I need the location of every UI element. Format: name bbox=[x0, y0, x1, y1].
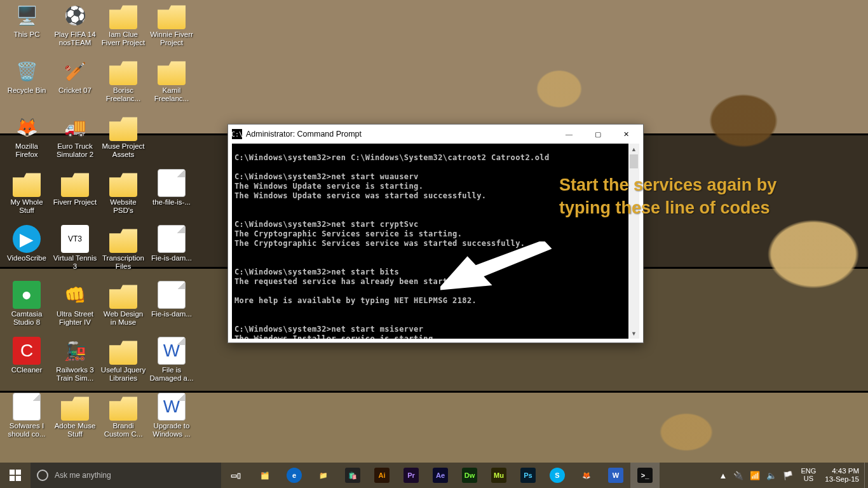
desktop-icon[interactable]: 🦊Mozilla Firefox bbox=[4, 113, 50, 159]
desktop-icon-label: the-file-is-... bbox=[149, 198, 194, 207]
taskbar-edge[interactable]: e bbox=[280, 463, 309, 488]
svg-rect-3 bbox=[10, 476, 15, 481]
desktop-icon[interactable]: 🖥️This PC bbox=[4, 1, 50, 39]
desktop-icon[interactable]: Web Design in Muse bbox=[100, 281, 146, 327]
task-view-icon: ▭▯ bbox=[228, 468, 243, 483]
desktop-icon[interactable]: Transcription Files bbox=[100, 225, 146, 271]
desktop-icon[interactable]: Brandi Custom C... bbox=[100, 393, 146, 438]
cmd-titlebar[interactable]: C:\ Administrator: Command Prompt — ▢ ✕ bbox=[228, 125, 643, 144]
system-tray[interactable]: ▲🔌📶🔈🏳️ bbox=[715, 463, 797, 488]
desktop-icon[interactable]: 👊Ultra Street Fighter IV bbox=[52, 281, 98, 327]
desktop-icon-label: Euro Truck Simulator 2 bbox=[52, 142, 98, 159]
taskbar-illustrator[interactable]: Ai bbox=[367, 463, 397, 488]
show-desktop-button[interactable] bbox=[864, 463, 868, 488]
taskbar-explorer-pinned[interactable]: 📁 bbox=[309, 463, 338, 488]
desktop-icon[interactable]: ▶VideoScribe bbox=[4, 225, 50, 262]
cmd-title-text: Administrator: Command Prompt bbox=[246, 130, 362, 139]
desktop-icon[interactable]: Useful Jquery Libraries bbox=[100, 337, 146, 383]
taskbar-dreamweaver[interactable]: Dw bbox=[455, 463, 484, 488]
desktop-icon-label: Web Design in Muse bbox=[100, 310, 146, 327]
desktop-icon-glyph bbox=[109, 225, 137, 253]
desktop-icon-glyph: VT3 bbox=[61, 225, 89, 253]
desktop-icon-glyph: W bbox=[158, 393, 186, 421]
clock-date: 13-Sep-15 bbox=[825, 475, 859, 484]
taskbar-premiere[interactable]: Pr bbox=[397, 463, 426, 488]
desktop-icon[interactable]: Sofwares I should co... bbox=[4, 393, 50, 438]
taskbar-task-view[interactable]: ▭▯ bbox=[221, 463, 250, 488]
taskbar-cmd[interactable]: >_ bbox=[630, 463, 660, 488]
desktop-icon[interactable]: Fiverr Project bbox=[52, 169, 98, 207]
scroll-down-icon[interactable]: ▼ bbox=[628, 328, 639, 339]
taskbar-file-explorer[interactable]: 🗂️ bbox=[250, 463, 280, 488]
taskbar-word[interactable]: W bbox=[601, 463, 630, 488]
desktop-icon[interactable]: 🚂Railworks 3 Train Sim... bbox=[52, 337, 98, 383]
taskbar-store[interactable]: 🛍️ bbox=[338, 463, 367, 488]
start-button[interactable] bbox=[0, 463, 31, 488]
desktop-icon[interactable]: Muse Project Assets bbox=[100, 113, 146, 159]
desktop-icon[interactable]: Adobe Muse Stuff bbox=[52, 393, 98, 438]
desktop-icon-glyph: W bbox=[158, 337, 186, 365]
desktop-icon[interactable]: Website PSD's bbox=[100, 169, 146, 215]
tray-icon-3[interactable]: 🔈 bbox=[766, 471, 776, 480]
desktop-icon[interactable]: Iam Clue Fiverr Project bbox=[100, 1, 146, 47]
desktop-icon-glyph: 🗑️ bbox=[13, 57, 41, 85]
desktop-icon[interactable]: ⚽Play FIFA 14 nosTEAM bbox=[52, 1, 98, 47]
desktop-icon[interactable]: My Whole Stuff bbox=[4, 169, 50, 215]
taskbar-after-effects[interactable]: Ae bbox=[426, 463, 455, 488]
maximize-button[interactable]: ▢ bbox=[583, 125, 612, 143]
premiere-icon: Pr bbox=[403, 468, 419, 483]
annotation-text: Start the services again by typing these… bbox=[559, 173, 788, 220]
tray-icon-4[interactable]: 🏳️ bbox=[783, 471, 793, 480]
desktop-icon[interactable]: Fie-is-dam... bbox=[149, 225, 194, 262]
tray-icon-0[interactable]: ▲ bbox=[719, 471, 728, 480]
tray-icon-2[interactable]: 📶 bbox=[750, 471, 760, 480]
desktop-icon-label: VideoScribe bbox=[4, 254, 50, 262]
search-box[interactable]: Ask me anything bbox=[31, 463, 221, 488]
desktop-icon-glyph bbox=[109, 393, 137, 421]
desktop-icon-glyph: ● bbox=[13, 281, 41, 309]
taskbar-photoshop[interactable]: Ps bbox=[513, 463, 543, 488]
desktop-icon[interactable]: ●Camtasia Studio 8 bbox=[4, 281, 50, 327]
desktop-icon-glyph bbox=[158, 225, 186, 253]
tray-icon-1[interactable]: 🔌 bbox=[733, 471, 743, 480]
desktop-icon-glyph bbox=[109, 337, 137, 365]
desktop-icon-label: Fiverr Project bbox=[52, 198, 98, 207]
desktop-icon[interactable]: WUpgrade to Windows ... bbox=[149, 393, 194, 438]
taskbar-firefox[interactable]: 🦊 bbox=[572, 463, 601, 488]
cmd-icon: C:\ bbox=[232, 129, 242, 139]
illustrator-icon: Ai bbox=[374, 468, 390, 483]
desktop-icon[interactable]: CCCleaner bbox=[4, 337, 50, 374]
desktop-icon[interactable]: WFile is Damaged a... bbox=[149, 337, 194, 383]
cmd-window[interactable]: C:\ Administrator: Command Prompt — ▢ ✕ … bbox=[227, 124, 644, 343]
desktop-icon-label: Railworks 3 Train Sim... bbox=[52, 366, 98, 383]
taskbar: Ask me anything ▭▯🗂️e📁🛍️AiPrAeDwMuPsS🦊W>… bbox=[0, 463, 868, 488]
desktop-icon[interactable]: Borisc Freelanc... bbox=[100, 57, 146, 103]
desktop-icon[interactable]: Winnie Fiverr Project bbox=[149, 1, 194, 47]
desktop-icon[interactable]: Kamil Freelanc... bbox=[149, 57, 194, 103]
desktop-icon[interactable]: VT3Virtual Tennis 3 bbox=[52, 225, 98, 271]
desktop-icon-glyph bbox=[109, 1, 137, 29]
taskbar-skype[interactable]: S bbox=[543, 463, 572, 488]
desktop-icon-label: Brandi Custom C... bbox=[100, 422, 146, 438]
desktop-icon-glyph: ⚽ bbox=[61, 1, 89, 29]
language-indicator[interactable]: ENG US bbox=[797, 468, 820, 482]
desktop-icon[interactable]: the-file-is-... bbox=[149, 169, 194, 207]
taskbar-muse[interactable]: Mu bbox=[484, 463, 513, 488]
desktop-icon-glyph bbox=[158, 57, 186, 85]
scroll-up-icon[interactable]: ▲ bbox=[628, 144, 639, 154]
desktop-icon-label: CCleaner bbox=[4, 366, 50, 374]
cortana-icon bbox=[37, 470, 48, 481]
desktop-icon[interactable]: 🚚Euro Truck Simulator 2 bbox=[52, 113, 98, 159]
desktop-icon-label: Winnie Fiverr Project bbox=[149, 30, 194, 47]
desktop-icon-glyph: 🏏 bbox=[61, 57, 89, 85]
desktop-icon[interactable]: 🏏Cricket 07 bbox=[52, 57, 98, 95]
minimize-button[interactable]: — bbox=[555, 125, 583, 143]
desktop-icon[interactable]: 🗑️Recycle Bin bbox=[4, 57, 50, 95]
skype-icon: S bbox=[550, 468, 565, 483]
desktop-icon-label: Ultra Street Fighter IV bbox=[52, 310, 98, 327]
scroll-thumb[interactable] bbox=[630, 154, 638, 168]
desktop-icon[interactable]: Fie-is-dam... bbox=[149, 281, 194, 318]
desktop-icon-label: Muse Project Assets bbox=[100, 142, 146, 159]
close-button[interactable]: ✕ bbox=[612, 125, 641, 143]
clock[interactable]: 4:43 PM 13-Sep-15 bbox=[820, 467, 864, 484]
